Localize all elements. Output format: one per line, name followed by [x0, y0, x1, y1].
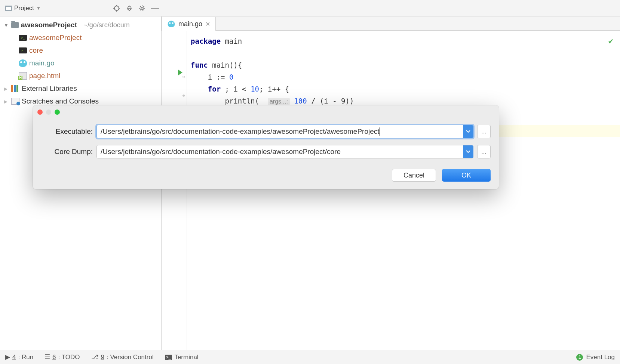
project-label: Project: [14, 4, 34, 12]
tree-item-pagehtml[interactable]: page.html: [0, 70, 161, 82]
chevron-down-icon: ▼: [36, 6, 41, 11]
fold-icon[interactable]: ⊖: [182, 90, 185, 102]
expand-arrow-icon[interactable]: ▶: [4, 86, 9, 92]
dropdown-arrow-icon[interactable]: [463, 125, 473, 138]
tree-label: main.go: [29, 59, 55, 67]
dialog-body: Executable: /Users/jetbrains/go/src/docu…: [33, 119, 499, 158]
terminal-icon: >_: [165, 355, 172, 360]
run-arrow-icon: ▶: [5, 353, 10, 361]
notification-badge: 1: [576, 354, 583, 361]
tree-item-maingo[interactable]: main.go: [0, 57, 161, 70]
folder-icon: [11, 22, 19, 28]
code-text[interactable]: package main func main(){ i := 0 for ; i…: [187, 31, 620, 350]
sb-run[interactable]: ▶ 4: Run: [5, 353, 33, 361]
tab-filename: main.go: [178, 20, 202, 28]
tree-label: core: [29, 46, 43, 55]
tree-label: page.html: [29, 72, 60, 80]
root-name: awesomeProject: [21, 21, 77, 29]
locate-icon[interactable]: [113, 4, 120, 12]
executable-input[interactable]: /Users/jetbrains/go/src/documentation-co…: [96, 125, 473, 138]
expand-arrow-icon[interactable]: ▶: [4, 99, 9, 104]
gutter: ⊖ ⊖ ⊖ ⊖: [162, 31, 187, 350]
binary-icon: >_: [19, 47, 27, 53]
minimize-icon[interactable]: —: [151, 4, 159, 12]
sb-vcs[interactable]: ⎇ 9: Version Control: [91, 353, 154, 361]
coredump-browse-button[interactable]: ...: [477, 145, 491, 158]
tree-item-exe[interactable]: >_ awesomeProject: [0, 31, 161, 44]
tree-item-core[interactable]: >_ core: [0, 44, 161, 57]
window-minimize-icon: [46, 109, 51, 115]
go-file-icon: [168, 21, 175, 27]
coredump-input[interactable]: /Users/jetbrains/go/src/documentation-co…: [96, 145, 473, 158]
dialog-titlebar[interactable]: [33, 105, 499, 119]
tree-root[interactable]: ▼ awesomeProject ~/go/src/docum: [0, 19, 161, 31]
run-gutter-icon[interactable]: [178, 70, 182, 75]
tree-external-libs[interactable]: ▶ External Libraries: [0, 82, 161, 95]
svg-point-6: [141, 7, 143, 9]
executable-label: Executable:: [41, 127, 93, 136]
library-icon: [11, 85, 19, 92]
todo-list-icon: ☰: [44, 353, 50, 361]
project-icon: [5, 6, 12, 11]
coredump-label: Core Dump:: [41, 148, 93, 156]
editor-tabbar: main.go ✕: [162, 16, 620, 31]
root-path: ~/go/src/docum: [83, 21, 130, 29]
go-file-icon: [19, 59, 27, 67]
coredump-row: Core Dump: /Users/jetbrains/go/src/docum…: [41, 145, 491, 158]
inspection-ok-icon[interactable]: ✔: [608, 35, 613, 47]
sb-todo[interactable]: ☰ 6: TODO: [44, 353, 80, 361]
sb-terminal[interactable]: >_ Terminal: [165, 354, 199, 361]
vcs-branch-icon: ⎇: [91, 353, 99, 361]
project-header-icons: —: [113, 4, 159, 12]
scratch-icon: [11, 98, 19, 105]
ok-button[interactable]: OK: [442, 169, 491, 182]
fold-icon[interactable]: ⊖: [182, 71, 185, 83]
window-close-icon[interactable]: [37, 109, 43, 115]
scratches-label: Scratches and Consoles: [22, 97, 99, 105]
sb-eventlog[interactable]: 1 Event Log: [576, 354, 615, 361]
binary-icon: >_: [19, 35, 27, 41]
html-file-icon: [19, 72, 27, 80]
window-zoom-icon[interactable]: [55, 109, 60, 115]
tree-label: awesomeProject: [29, 34, 82, 42]
collapse-icon[interactable]: [126, 4, 133, 12]
coredump-value: /Users/jetbrains/go/src/documentation-co…: [101, 148, 341, 156]
status-bar: ▶ 4: Run ☰ 6: TODO ⎇ 9: Version Control …: [0, 350, 620, 364]
dropdown-arrow-icon[interactable]: [463, 145, 473, 158]
executable-value: /Users/jetbrains/go/src/documentation-co…: [101, 127, 380, 136]
dialog-footer: Cancel OK: [33, 165, 499, 182]
parameter-hint: args...:: [268, 98, 290, 105]
cancel-button[interactable]: Cancel: [392, 169, 436, 182]
project-dropdown[interactable]: Project ▼: [5, 4, 41, 12]
external-label: External Libraries: [22, 84, 77, 93]
close-icon[interactable]: ✕: [205, 21, 210, 28]
executable-browse-button[interactable]: ...: [477, 125, 491, 138]
expand-arrow-icon[interactable]: ▼: [4, 22, 9, 28]
text-cursor: [380, 127, 380, 136]
project-panel-header: Project ▼ —: [0, 4, 162, 12]
top-toolbar: Project ▼ —: [0, 0, 620, 16]
svg-point-0: [114, 6, 119, 10]
editor-tab-maingo[interactable]: main.go ✕: [162, 17, 216, 31]
executable-row: Executable: /Users/jetbrains/go/src/docu…: [41, 125, 491, 138]
gear-icon[interactable]: [138, 4, 146, 12]
code-editor[interactable]: ⊖ ⊖ ⊖ ⊖ package main func main(){ i := 0…: [162, 31, 620, 350]
core-dump-dialog: Executable: /Users/jetbrains/go/src/docu…: [33, 105, 499, 189]
